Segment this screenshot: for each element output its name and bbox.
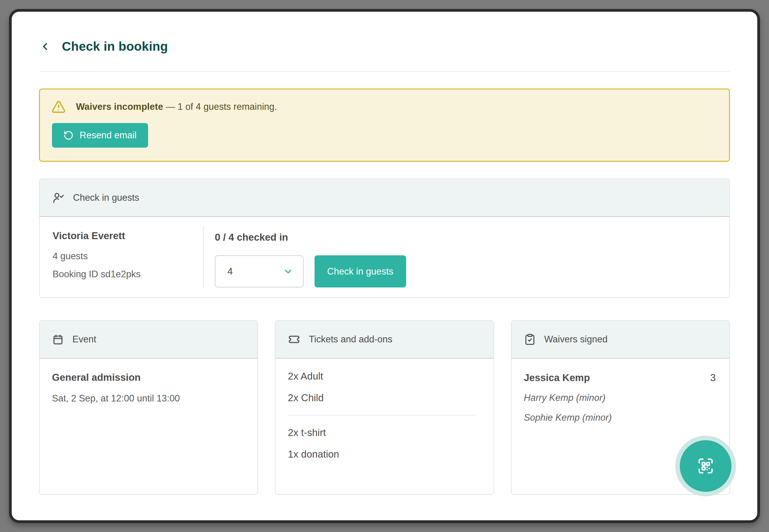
checkin-section-title: Check in guests bbox=[73, 192, 139, 203]
vertical-divider bbox=[203, 227, 204, 288]
alert-triangle-icon bbox=[51, 100, 66, 114]
addons-divider bbox=[288, 415, 475, 416]
booking-id: Booking ID sd1e2pks bbox=[53, 269, 140, 280]
warning-message: — 1 of 4 guests remaining. bbox=[166, 101, 277, 112]
checkin-controls: 0 / 4 checked in 4 Check in guests bbox=[215, 231, 406, 287]
tickets-card-body: 2x Adult 2x Child 2x t-shirt 1x donation bbox=[276, 359, 493, 472]
guest-name: Victoria Everett bbox=[53, 230, 140, 242]
rotate-ccw-icon bbox=[63, 130, 74, 140]
chevron-down-icon bbox=[283, 266, 294, 277]
check-in-guests-button[interactable]: Check in guests bbox=[315, 255, 406, 287]
guest-quantity-select[interactable]: 4 bbox=[215, 255, 304, 287]
resend-email-button[interactable]: Resend email bbox=[52, 123, 148, 148]
page-content: Check in booking Waivers incomplete — 1 … bbox=[12, 38, 757, 523]
waivers-warning-banner: Waivers incomplete — 1 of 4 guests remai… bbox=[39, 89, 730, 162]
page-header: Check in booking bbox=[39, 38, 730, 55]
event-card: Event General admission Sat, 2 Sep, at 1… bbox=[39, 320, 258, 495]
event-schedule: Sat, 2 Sep, at 12:00 until 13:00 bbox=[52, 393, 245, 404]
waivers-card-header: Waivers signed bbox=[511, 321, 729, 359]
waiver-minor-name: Harry Kemp (minor) bbox=[524, 392, 717, 403]
qr-scan-fab-button[interactable] bbox=[675, 436, 736, 496]
tickets-card-title: Tickets and add-ons bbox=[309, 334, 392, 345]
tickets-card-header: Tickets and add-ons bbox=[276, 321, 493, 359]
ticket-item: 2x Adult bbox=[288, 371, 481, 382]
user-check-icon bbox=[52, 191, 65, 204]
chevron-left-icon bbox=[39, 41, 51, 52]
event-card-title: Event bbox=[72, 334, 96, 345]
waiver-signer-row: Jessica Kemp 3 bbox=[524, 372, 717, 383]
qr-scan-icon bbox=[696, 456, 715, 476]
checkin-section-body: Victoria Everett 4 guests Booking ID sd1… bbox=[40, 217, 729, 297]
ticket-item: 2x Child bbox=[288, 392, 481, 404]
header-divider bbox=[39, 71, 730, 72]
checkin-section: Check in guests Victoria Everett 4 guest… bbox=[39, 179, 730, 298]
checkin-section-header: Check in guests bbox=[40, 179, 729, 217]
checkin-controls-row: 4 Check in guests bbox=[215, 255, 406, 287]
guest-quantity-value: 4 bbox=[228, 266, 233, 277]
event-card-header: Event bbox=[40, 321, 258, 359]
addon-item: 1x donation bbox=[288, 449, 481, 460]
page-title: Check in booking bbox=[62, 39, 168, 54]
calendar-icon bbox=[52, 333, 64, 345]
event-name: General admission bbox=[52, 372, 245, 383]
warning-title: Waivers incomplete bbox=[76, 101, 163, 112]
addon-item: 2x t-shirt bbox=[288, 427, 481, 438]
waiver-count: 3 bbox=[710, 372, 717, 383]
waiver-minor-name: Sophie Kemp (minor) bbox=[524, 412, 717, 423]
booking-info: Victoria Everett 4 guests Booking ID sd1… bbox=[53, 230, 140, 280]
waivers-card-body: Jessica Kemp 3 Harry Kemp (minor) Sophie… bbox=[511, 359, 729, 435]
booking-window: Check in booking Waivers incomplete — 1 … bbox=[9, 9, 760, 523]
guest-count: 4 guests bbox=[53, 251, 140, 262]
back-button[interactable] bbox=[39, 40, 51, 53]
summary-cards-row: Event General admission Sat, 2 Sep, at 1… bbox=[39, 320, 730, 495]
waiver-signer-name: Jessica Kemp bbox=[524, 372, 590, 383]
clipboard-check-icon bbox=[524, 333, 536, 345]
waivers-card-title: Waivers signed bbox=[544, 334, 608, 345]
resend-email-label: Resend email bbox=[80, 130, 137, 141]
tickets-card: Tickets and add-ons 2x Adult 2x Child 2x… bbox=[275, 320, 494, 495]
warning-message-row: Waivers incomplete — 1 of 4 guests remai… bbox=[51, 100, 718, 114]
warning-text: Waivers incomplete — 1 of 4 guests remai… bbox=[76, 100, 277, 114]
ticket-icon bbox=[288, 333, 300, 346]
event-card-body: General admission Sat, 2 Sep, at 12:00 u… bbox=[40, 359, 258, 416]
checkin-progress-label: 0 / 4 checked in bbox=[215, 231, 406, 244]
